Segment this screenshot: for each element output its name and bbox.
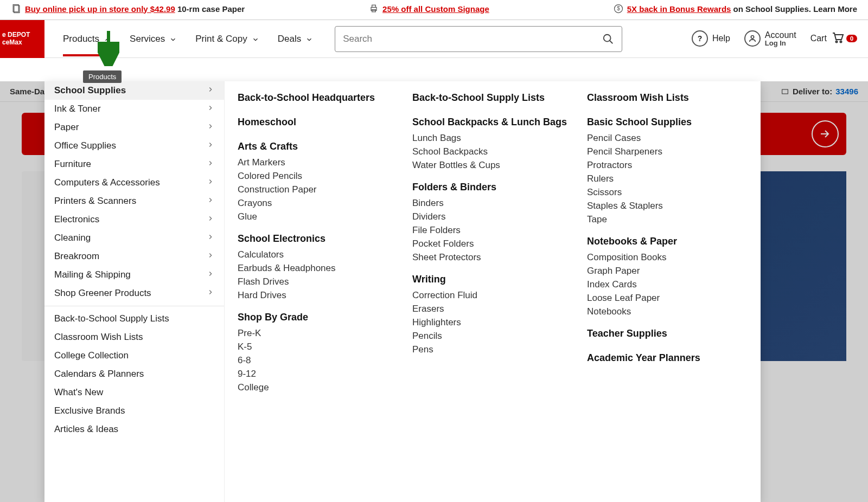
category-furniture[interactable]: Furniture [44, 155, 224, 173]
mega-link[interactable]: K-5 [238, 340, 398, 353]
mega-link[interactable]: Composition Books [587, 250, 748, 264]
promo-link[interactable]: 25% off all Custom Signage [382, 4, 489, 14]
promo-plain: 10-rm case Paper [175, 4, 245, 14]
chevron-right-icon [207, 140, 214, 151]
category-exclusive-brands[interactable]: Exclusive Brands [44, 402, 224, 420]
promo-left[interactable]: Buy online pick up in store only $42.99 … [11, 3, 245, 14]
category-shop-greener-products[interactable]: Shop Greener Products [44, 284, 224, 303]
mega-link[interactable]: Pencil Cases [587, 131, 748, 145]
mega-heading[interactable]: Shop By Grade [238, 308, 398, 326]
mega-link[interactable]: Construction Paper [238, 183, 398, 196]
mega-heading[interactable]: Classroom Wish Lists [587, 89, 748, 107]
mega-link[interactable]: Staples & Staplers [587, 199, 748, 213]
nav-item-deals[interactable]: Deals [278, 22, 313, 56]
search-icon[interactable] [602, 33, 614, 45]
mega-link[interactable]: College [238, 381, 398, 394]
mega-link[interactable]: Flash Drives [238, 275, 398, 288]
category-label: Office Supplies [54, 140, 116, 151]
mega-link[interactable]: Glue [238, 210, 398, 223]
account-button[interactable]: Account Log In [744, 30, 796, 48]
category-breakroom[interactable]: Breakroom [44, 247, 224, 266]
category-articles-ideas[interactable]: Articles & Ideas [44, 420, 224, 439]
category-mailing-shipping[interactable]: Mailing & Shipping [44, 266, 224, 284]
mega-link[interactable]: Pens [412, 343, 573, 356]
category-ink-toner[interactable]: Ink & Toner [44, 100, 224, 118]
mega-link[interactable]: Index Cards [587, 278, 748, 291]
mega-heading[interactable]: Arts & Crafts [238, 138, 398, 156]
category-what-s-new[interactable]: What's New [44, 383, 224, 402]
help-button[interactable]: ? Help [692, 30, 730, 47]
chevron-right-icon [207, 251, 214, 262]
mega-link[interactable]: Dividers [412, 210, 573, 223]
mega-link[interactable]: Calculators [238, 248, 398, 261]
mega-link[interactable]: Lunch Bags [412, 131, 573, 145]
mega-link[interactable]: File Folders [412, 223, 573, 237]
nav-bar: ProductsServicesPrint & CopyDeals [44, 22, 313, 56]
mega-link[interactable]: Highlighters [412, 316, 573, 329]
mega-link[interactable]: Pre-K [238, 326, 398, 340]
mega-heading[interactable]: Folders & Binders [412, 178, 573, 196]
mega-link[interactable]: Rulers [587, 172, 748, 185]
arrow-right-icon[interactable] [812, 120, 839, 147]
promo-link[interactable]: Buy online pick up in store only $42.99 [25, 4, 175, 14]
mega-link[interactable]: Scissors [587, 185, 748, 199]
category-paper[interactable]: Paper [44, 118, 224, 137]
nav-item-print-copy[interactable]: Print & Copy [195, 22, 259, 56]
mega-link[interactable]: Loose Leaf Paper [587, 291, 748, 305]
brand-logo[interactable]: e DEPOT ceMax [0, 20, 44, 58]
mega-link[interactable]: 6-8 [238, 353, 398, 367]
header: e DEPOT ceMax ProductsServicesPrint & Co… [0, 20, 868, 58]
nav-item-services[interactable]: Services [130, 22, 177, 56]
mega-link[interactable]: 9-12 [238, 367, 398, 381]
deliver-zip[interactable]: 33496 [835, 87, 858, 96]
promo-link[interactable]: 5X back in Bonus Rewards [627, 4, 731, 14]
cart-button[interactable]: Cart 0 [810, 31, 857, 46]
mega-link[interactable]: Water Bottles & Cups [412, 158, 573, 172]
mega-link[interactable]: Graph Paper [587, 264, 748, 278]
category-cleaning[interactable]: Cleaning [44, 229, 224, 247]
mega-heading[interactable]: Writing [412, 271, 573, 288]
category-calendars-planners[interactable]: Calendars & Planners [44, 365, 224, 383]
mega-heading[interactable]: School Backpacks & Lunch Bags [412, 113, 573, 131]
category-label: Furniture [54, 159, 91, 170]
promo-center[interactable]: 25% off all Custom Signage [368, 3, 489, 14]
mega-link[interactable]: Erasers [412, 302, 573, 316]
mega-heading[interactable]: Basic School Supplies [587, 113, 748, 131]
mega-link[interactable]: Correction Fluid [412, 288, 573, 302]
mega-heading[interactable]: Teacher Supplies [587, 325, 748, 343]
mega-link[interactable]: Hard Drives [238, 288, 398, 302]
logo-line: ceMax [2, 39, 44, 47]
mega-heading[interactable]: Back-to-School Supply Lists [412, 89, 573, 107]
promo-right[interactable]: $ 5X back in Bonus Rewards on School Sup… [613, 3, 857, 14]
category-electronics[interactable]: Electronics [44, 210, 224, 229]
search-input[interactable] [343, 34, 602, 44]
category-classroom-wish-lists[interactable]: Classroom Wish Lists [44, 328, 224, 346]
category-back-to-school-supply-lists[interactable]: Back-to-School Supply Lists [44, 310, 224, 328]
mega-heading[interactable]: Academic Year Planners [587, 349, 748, 367]
mega-link[interactable]: School Backpacks [412, 145, 573, 158]
mega-heading[interactable]: Homeschool [238, 113, 398, 131]
mega-link[interactable]: Pocket Folders [412, 237, 573, 250]
category-printers-scanners[interactable]: Printers & Scanners [44, 192, 224, 210]
mega-link[interactable]: Tape [587, 213, 748, 226]
mega-link[interactable]: Pencil Sharpeners [587, 145, 748, 158]
mega-link[interactable]: Crayons [238, 196, 398, 210]
category-office-supplies[interactable]: Office Supplies [44, 137, 224, 155]
nav-label: Print & Copy [195, 34, 247, 44]
mega-link[interactable]: Notebooks [587, 305, 748, 318]
mega-heading[interactable]: Notebooks & Paper [587, 233, 748, 250]
category-school-supplies[interactable]: School Supplies [44, 81, 224, 100]
category-computers-accessories[interactable]: Computers & Accessories [44, 173, 224, 192]
mega-link[interactable]: Sheet Protectors [412, 250, 573, 264]
search-box[interactable] [335, 26, 622, 52]
mega-link[interactable]: Binders [412, 196, 573, 210]
mega-link[interactable]: Protractors [587, 158, 748, 172]
mega-heading[interactable]: Back-to-School Headquarters [238, 89, 398, 107]
mega-link[interactable]: Art Markers [238, 156, 398, 169]
mega-heading[interactable]: School Electronics [238, 230, 398, 248]
mega-link[interactable]: Pencils [412, 329, 573, 343]
category-college-collection[interactable]: College Collection [44, 346, 224, 365]
nav-label: Services [130, 34, 165, 44]
mega-link[interactable]: Colored Pencils [238, 169, 398, 183]
mega-link[interactable]: Earbuds & Headphones [238, 261, 398, 275]
